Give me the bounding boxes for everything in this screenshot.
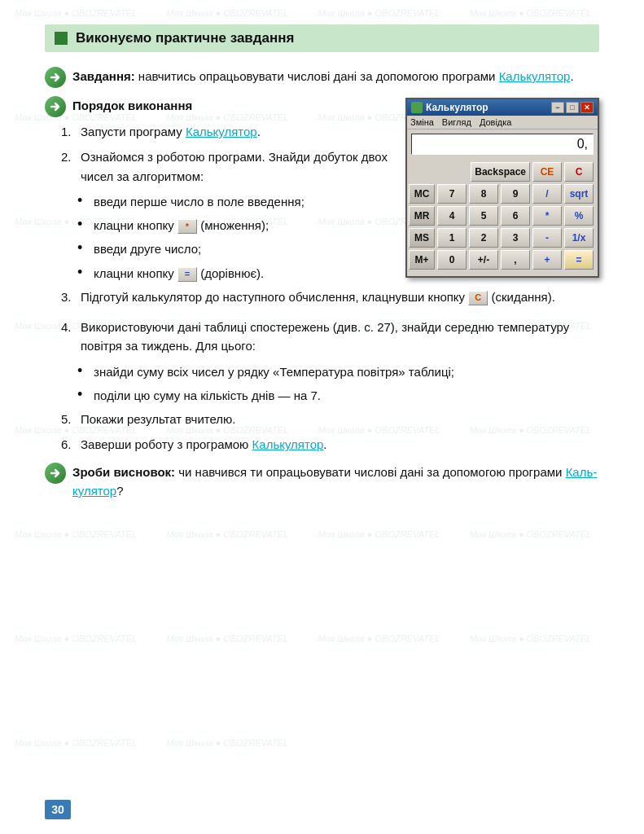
calc-sqrt-button[interactable]: sqrt — [564, 184, 594, 204]
calc-2-button[interactable]: 2 — [469, 228, 498, 248]
calc-1-button[interactable]: 1 — [437, 228, 467, 248]
task-body: навчитись опрацьовувати числові дані за … — [135, 69, 499, 83]
section-title-text: Виконуємо практичне завдання — [76, 30, 295, 46]
calc-menubar: Зміна Вигляд Довідка — [407, 116, 598, 129]
calc-mul-button[interactable]: * — [532, 206, 562, 226]
step-1-num: 1. — [61, 122, 81, 141]
step-6-link: Калькулятор — [252, 437, 324, 451]
conclusion-item: Зроби висновок: чи навчився ти опрацьову… — [45, 463, 599, 501]
equals-button-inline: = — [177, 267, 197, 282]
order-text: Порядок виконання — [72, 96, 599, 115]
calc-display: 0, — [411, 134, 594, 155]
task-text: Завдання: навчитись опрацьовувати числов… — [72, 67, 599, 86]
arrow-circle-conclusion-icon — [45, 463, 66, 484]
bullet-dot-3: • — [77, 239, 94, 257]
clear-button-inline: C — [468, 291, 488, 305]
bullet-2-4: • клацни кнопку = (дорівнює). — [77, 264, 394, 283]
step-1-link: Калькулятор — [186, 125, 257, 138]
step-6-num: 6. — [61, 435, 81, 454]
calc-mplus-button[interactable]: M+ — [409, 250, 435, 270]
arrow-circle-order-icon — [45, 96, 66, 117]
calc-row-5: M+ 0 +/- , + = — [411, 250, 594, 270]
calc-row-1: Backspace CE C — [411, 162, 594, 182]
bullet-dot-4: • — [77, 264, 94, 282]
step-5-text: Покажи результат вчителю. — [81, 410, 236, 428]
conclusion-text: Зроби висновок: чи навчився ти опрацьову… — [72, 463, 599, 501]
bullet-4-1: • знайди суму всіх чисел у рядку «Темпер… — [77, 362, 599, 381]
bullet-2-2-text: клацни кнопку * (множення); — [94, 216, 269, 235]
calc-mr-button[interactable]: MR — [409, 206, 435, 226]
calc-sign-button[interactable]: +/- — [469, 250, 498, 270]
bullet-2-3-text: введи друге число; — [94, 239, 201, 258]
task-link: Калькулятор — [499, 69, 571, 83]
step-4-num: 4. — [61, 318, 81, 336]
step-2: 2. Ознайомся з роботою програми. Знайди … — [61, 147, 394, 186]
order-label: Порядок виконання — [72, 99, 192, 112]
calc-5-button[interactable]: 5 — [469, 206, 498, 226]
calc-c-button[interactable]: C — [564, 162, 594, 182]
calc-3-button[interactable]: 3 — [501, 228, 530, 248]
calc-plus-button[interactable]: + — [532, 250, 562, 270]
calc-4-button[interactable]: 4 — [437, 206, 467, 226]
conclusion-body: чи навчився ти опрацьовувати числові дан… — [175, 465, 566, 479]
step-4-bullets: • знайди суму всіх чисел у рядку «Темпер… — [77, 362, 599, 406]
step-1: 1. Запусти програму Калькулятор. — [61, 122, 394, 141]
calc-menu-dovidka[interactable]: Довідка — [480, 117, 512, 127]
step-6-text: Заверши роботу з програмою Калькулятор. — [81, 435, 327, 454]
calc-menu-vyglyad[interactable]: Вигляд — [442, 117, 471, 127]
calc-ce-button[interactable]: CE — [532, 162, 562, 182]
calc-8-button[interactable]: 8 — [469, 184, 498, 204]
arrow-circle-icon — [45, 67, 66, 88]
step-2-num: 2. — [61, 147, 81, 166]
numbered-list-2: 4. Використовуючи дані таблиці спостереж… — [61, 318, 599, 454]
bullet-dot-4-1: • — [77, 362, 94, 380]
calc-minus-button[interactable]: - — [532, 228, 562, 248]
bullet-2-1-text: введи перше число в поле введення; — [94, 192, 304, 211]
bullet-2-2: • клацни кнопку * (множення); — [77, 216, 394, 235]
conclusion-rest: ? — [116, 484, 123, 498]
calc-7-button[interactable]: 7 — [437, 184, 467, 204]
calc-menu-zmina[interactable]: Зміна — [410, 117, 434, 127]
step-5-num: 5. — [61, 410, 81, 428]
calc-9-button[interactable]: 9 — [501, 184, 530, 204]
calc-div-button[interactable]: / — [532, 184, 562, 204]
bullet-dot-2: • — [77, 216, 94, 234]
bullet-2-3: • введи друге число; — [77, 239, 394, 258]
calc-backspace-button[interactable]: Backspace — [471, 162, 530, 182]
step-4-text: Використовуючи дані таблиці спостережень… — [81, 318, 599, 356]
step-1-text: Запусти програму Калькулятор. — [81, 122, 261, 141]
task-label: Завдання: — [72, 69, 135, 83]
conclusion-label: Зроби висновок: — [72, 465, 175, 479]
step-6: 6. Заверши роботу з програмою Калькулято… — [61, 435, 599, 454]
calc-6-button[interactable]: 6 — [501, 206, 530, 226]
bullet-2-4-text: клацни кнопку = (дорівнює). — [94, 264, 264, 283]
calculator-window: Калькулятор − □ ✕ Зміна Вигляд Довідка 0… — [405, 98, 599, 278]
calc-comma-button[interactable]: , — [501, 250, 530, 270]
calc-mc-button[interactable]: MC — [409, 184, 435, 204]
calc-0-button[interactable]: 0 — [437, 250, 467, 270]
bullet-2-1: • введи перше число в поле введення; — [77, 192, 394, 211]
step-3-text: Підготуй калькулятор до наступного обчис… — [81, 288, 555, 306]
calc-body: Backspace CE C MC 7 8 9 / sqrt — [407, 159, 598, 276]
calc-row-3: MR 4 5 6 * % — [411, 206, 594, 226]
bullet-4-1-text: знайди суму всіх чисел у рядку «Температ… — [94, 362, 454, 381]
bullet-4-2: • поділи цю суму на кількість днів — на … — [77, 386, 599, 405]
bullet-dot-4-2: • — [77, 386, 94, 404]
multiply-button-inline: * — [177, 219, 197, 234]
calc-equals-button[interactable]: = — [564, 250, 594, 270]
step-5: 5. Покажи результат вчителю. — [61, 410, 599, 428]
bullet-4-2-text: поділи цю суму на кількість днів — на 7. — [94, 386, 321, 405]
arrow-order-svg — [50, 101, 61, 112]
calc-ms-button[interactable]: MS — [409, 228, 435, 248]
title-square-icon — [55, 32, 68, 45]
page-number: 30 — [45, 800, 71, 819]
calc-pct-button[interactable]: % — [564, 206, 594, 226]
step-3: 3. Підготуй калькулятор до наступного об… — [61, 288, 599, 306]
step-3-num: 3. — [61, 288, 81, 306]
arrow-svg — [50, 72, 61, 83]
section-title: Виконуємо практичне завдання — [45, 24, 599, 52]
calc-row-2: MC 7 8 9 / sqrt — [411, 184, 594, 204]
bullet-dot-1: • — [77, 192, 94, 210]
calc-inv-button[interactable]: 1/x — [564, 228, 594, 248]
calc-window-frame: Калькулятор − □ ✕ Зміна Вигляд Довідка 0… — [405, 98, 599, 278]
